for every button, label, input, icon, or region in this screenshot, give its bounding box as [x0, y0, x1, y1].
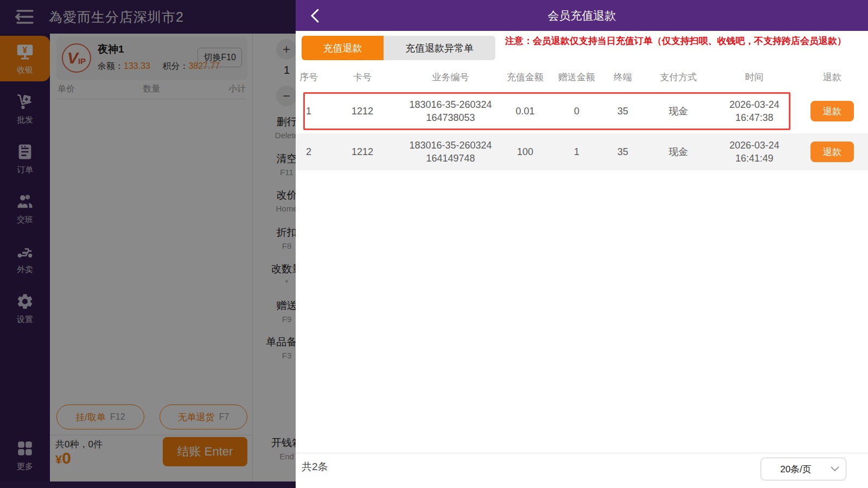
- tab-bar: 充值退款 充值退款异常单: [302, 36, 495, 60]
- col-card: 卡号: [322, 71, 403, 84]
- tab-refund-exceptions[interactable]: 充值退款异常单: [384, 36, 495, 60]
- cell-card: 1212: [322, 145, 403, 158]
- dim-overlay: [0, 0, 296, 488]
- col-pay: 支付方式: [644, 71, 712, 84]
- cell-gift: 0: [552, 105, 601, 118]
- col-terminal: 终端: [601, 71, 644, 84]
- cell-biz: 183016-35-260324164738053: [407, 98, 494, 125]
- col-time: 时间: [712, 71, 796, 84]
- cell-seq: 2: [296, 145, 322, 158]
- chevron-down-icon: [831, 466, 839, 472]
- divider: [296, 453, 868, 453]
- tab-recharge-refund[interactable]: 充值退款: [302, 36, 384, 60]
- record-count: 共2条: [302, 460, 328, 474]
- col-seq: 序号: [296, 71, 322, 84]
- cell-amount: 0.01: [498, 105, 552, 118]
- cell-seq: 1: [296, 105, 322, 118]
- cell-biz: 183016-35-260324164149748: [407, 139, 494, 165]
- col-biz: 业务编号: [403, 71, 498, 84]
- col-amount: 充值金额: [498, 71, 552, 84]
- col-refund: 退款: [796, 71, 868, 84]
- cell-amount: 100: [498, 145, 552, 158]
- cell-gift: 1: [552, 145, 601, 158]
- cell-time: 2026-03-2416:47:38: [712, 98, 796, 125]
- cell-pay: 现金: [644, 145, 712, 158]
- member-refund-dialog: 会员充值退款 充值退款 充值退款异常单 注意：会员退款仅支持当日充值订单（仅支持…: [296, 0, 868, 488]
- back-icon[interactable]: [302, 3, 327, 28]
- cell-card: 1212: [322, 105, 403, 118]
- table-row[interactable]: 1 1212 183016-35-260324164738053 0.01 0 …: [296, 92, 868, 130]
- refund-button[interactable]: 退款: [810, 101, 854, 121]
- refund-button[interactable]: 退款: [810, 142, 854, 162]
- cell-pay: 现金: [644, 105, 712, 118]
- dialog-header: 会员充值退款: [296, 0, 868, 31]
- cell-terminal: 35: [601, 145, 644, 158]
- col-gift: 赠送金额: [552, 71, 601, 84]
- pos-main-screen: 為愛而生分店深圳市2 ¥ 收银 批发 订单 交班: [0, 0, 296, 488]
- table-row[interactable]: 2 1212 183016-35-260324164149748 100 1 3…: [296, 133, 868, 170]
- cell-time: 2026-03-2416:41:49: [712, 139, 796, 165]
- table-body: 1 1212 183016-35-260324164738053 0.01 0 …: [296, 92, 868, 170]
- table-header: 序号 卡号 业务编号 充值金额 赠送金额 终端 支付方式 时间 退款: [296, 66, 868, 88]
- page-size-select[interactable]: 20条/页: [761, 458, 846, 480]
- dialog-title: 会员充值退款: [548, 8, 616, 23]
- page-size-value: 20条/页: [761, 463, 831, 476]
- cell-terminal: 35: [601, 105, 644, 118]
- refund-warning-text: 注意：会员退款仅支持当日充值订单（仅支持扫呗、收钱吧，不支持跨店会员退款）: [505, 35, 857, 47]
